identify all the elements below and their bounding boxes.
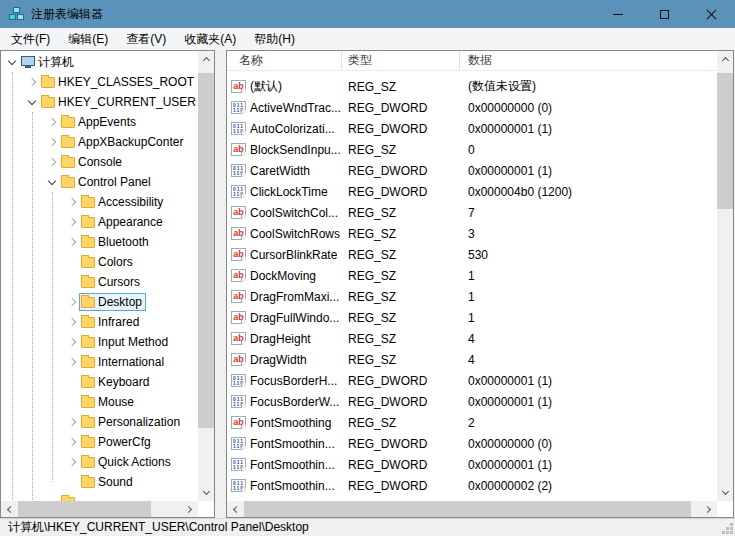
registry-value-row-font-smoothing[interactable]: FontSmoothingREG_SZ2 [227, 412, 717, 433]
folder-icon [41, 77, 55, 88]
menu-item-favorites[interactable]: 收藏夹(A) [175, 28, 245, 51]
tree-node-hkey-classes-root[interactable]: HKEY_CLASSES_ROOT [39, 73, 198, 91]
maximize-button[interactable] [641, 0, 688, 28]
registry-value-row-default[interactable]: (默认)REG_SZ(数值未设置) [227, 76, 717, 97]
scroll-right-button[interactable] [182, 501, 198, 517]
scroll-left-button[interactable] [227, 501, 243, 517]
tree-node-cursors[interactable]: Cursors [79, 273, 144, 291]
tree-node-app-events[interactable]: AppEvents [59, 113, 140, 131]
list-vertical-scrollbar[interactable] [717, 51, 733, 501]
registry-value-row-drag-full-windo[interactable]: DragFullWindo...REG_SZ1 [227, 307, 717, 328]
registry-value-row-auto-colorizati[interactable]: AutoColorizati...REG_DWORD0x00000001 (1) [227, 118, 717, 139]
chevron-collapsed-icon[interactable] [65, 192, 79, 212]
column-header-name[interactable]: 名称 [227, 51, 342, 70]
scroll-up-button[interactable] [198, 51, 214, 67]
tree-node-partial-item[interactable] [59, 493, 82, 501]
pane-splitter[interactable] [215, 50, 226, 518]
registry-value-row-focus-border-h[interactable]: FocusBorderH...REG_DWORD0x00000001 (1) [227, 370, 717, 391]
tree-node-input-method[interactable]: Input Method [79, 333, 172, 351]
menu-item-view[interactable]: 查看(V) [117, 28, 175, 51]
tree-node-computer[interactable]: 计算机 [19, 53, 78, 71]
chevron-collapsed-icon[interactable] [45, 132, 59, 152]
scrollbar-thumb[interactable] [18, 501, 151, 517]
tree-node-label: PowerCfg [98, 435, 151, 449]
chevron-collapsed-icon[interactable] [65, 432, 79, 452]
scrollbar-thumb[interactable] [198, 73, 214, 428]
tree-node-desktop[interactable]: Desktop [79, 293, 146, 311]
column-header-type[interactable]: 类型 [342, 51, 460, 70]
scroll-right-button[interactable] [701, 501, 717, 517]
tree-node-personalization[interactable]: Personalization [79, 413, 184, 431]
registry-value-row-cursor-blink-rate[interactable]: CursorBlinkRateREG_SZ530 [227, 244, 717, 265]
chevron-expanded-icon[interactable] [45, 172, 59, 192]
registry-value-row-focus-border-w[interactable]: FocusBorderW...REG_DWORD0x00000001 (1) [227, 391, 717, 412]
menu-item-edit[interactable]: 编辑(E) [59, 28, 117, 51]
registry-value-row-drag-width[interactable]: DragWidthREG_SZ4 [227, 349, 717, 370]
tree-node-infrared[interactable]: Infrared [79, 313, 143, 331]
tree-node-international[interactable]: International [79, 353, 168, 371]
tree-node-label: Appearance [98, 215, 163, 229]
resize-grip-icon[interactable] [722, 523, 733, 534]
value-name: AutoColorizati... [250, 122, 335, 136]
chevron-collapsed-icon[interactable] [45, 152, 59, 172]
value-type: REG_DWORD [342, 374, 460, 388]
registry-value-row-cool-switch-rows[interactable]: CoolSwitchRowsREG_SZ3 [227, 223, 717, 244]
scrollbar-thumb[interactable] [244, 501, 691, 517]
registry-value-row-block-send-inpu[interactable]: BlockSendInpu...REG_SZ0 [227, 139, 717, 160]
value-name-cell: AutoColorizati... [227, 122, 342, 136]
chevron-collapsed-icon[interactable] [65, 292, 79, 312]
chevron-collapsed-icon[interactable] [25, 72, 39, 92]
chevron-spacer [65, 472, 79, 492]
list-horizontal-scrollbar[interactable] [227, 501, 717, 517]
tree-node-appearance[interactable]: Appearance [79, 213, 167, 231]
tree-vertical-scrollbar[interactable] [198, 51, 214, 501]
tree-node-sound[interactable]: Sound [79, 473, 137, 491]
minimize-button[interactable] [594, 0, 641, 28]
chevron-collapsed-icon[interactable] [65, 452, 79, 472]
tree-node-console[interactable]: Console [59, 153, 126, 171]
tree-node-powercfg[interactable]: PowerCfg [79, 433, 155, 451]
menu-item-help[interactable]: 帮助(H) [245, 28, 304, 51]
tree-horizontal-scrollbar[interactable] [1, 501, 198, 517]
tree-node-accessibility[interactable]: Accessibility [79, 193, 167, 211]
value-name-cell: CoolSwitchRows [227, 227, 342, 241]
tree-node-mouse[interactable]: Mouse [79, 393, 138, 411]
chevron-collapsed-icon[interactable] [65, 332, 79, 352]
scroll-left-button[interactable] [1, 501, 17, 517]
scrollbar-thumb[interactable] [717, 73, 733, 209]
close-button[interactable] [688, 0, 735, 28]
tree-node-hkey-current-user[interactable]: HKEY_CURRENT_USER [39, 93, 198, 111]
value-type: REG_SZ [342, 332, 460, 346]
registry-value-row-active-wnd-trac[interactable]: ActiveWndTrac...REG_DWORD0x00000000 (0) [227, 97, 717, 118]
registry-value-row-click-lock-time[interactable]: ClickLockTimeREG_DWORD0x000004b0 (1200) [227, 181, 717, 202]
tree-node-appx-backup[interactable]: AppXBackupConter [59, 133, 187, 151]
menu-item-file[interactable]: 文件(F) [2, 28, 59, 51]
scroll-down-button[interactable] [198, 485, 214, 501]
tree-item-personalization: Personalization [1, 412, 198, 432]
chevron-collapsed-icon[interactable] [65, 412, 79, 432]
registry-value-row-drag-from-maxi[interactable]: DragFromMaxi...REG_SZ1 [227, 286, 717, 307]
tree-node-keyboard[interactable]: Keyboard [79, 373, 153, 391]
chevron-collapsed-icon[interactable] [45, 112, 59, 132]
chevron-collapsed-icon[interactable] [65, 232, 79, 252]
scroll-down-button[interactable] [717, 485, 733, 501]
registry-value-row-caret-width[interactable]: CaretWidthREG_DWORD0x00000001 (1) [227, 160, 717, 181]
registry-value-row-cool-switch-col[interactable]: CoolSwitchCol...REG_SZ7 [227, 202, 717, 223]
registry-value-row-dock-moving[interactable]: DockMovingREG_SZ1 [227, 265, 717, 286]
registry-value-row-font-smoothin-4[interactable]: FontSmoothin...REG_DWORD0x00000002 (2) [227, 475, 717, 496]
scroll-up-button[interactable] [717, 51, 733, 67]
tree-node-bluetooth[interactable]: Bluetooth [79, 233, 153, 251]
tree-node-quick-actions[interactable]: Quick Actions [79, 453, 175, 471]
tree-node-colors[interactable]: Colors [79, 253, 137, 271]
registry-value-row-font-smoothin-2[interactable]: FontSmoothin...REG_DWORD0x00000000 (0) [227, 433, 717, 454]
chevron-down-icon [721, 488, 728, 495]
column-header-data[interactable]: 数据 [460, 51, 717, 70]
chevron-collapsed-icon[interactable] [65, 312, 79, 332]
tree-node-control-panel[interactable]: Control Panel [59, 173, 155, 191]
chevron-collapsed-icon[interactable] [65, 352, 79, 372]
chevron-collapsed-icon[interactable] [65, 212, 79, 232]
registry-value-row-drag-height[interactable]: DragHeightREG_SZ4 [227, 328, 717, 349]
registry-value-row-font-smoothin-3[interactable]: FontSmoothin...REG_DWORD0x00000001 (1) [227, 454, 717, 475]
chevron-expanded-icon[interactable] [25, 92, 39, 112]
chevron-expanded-icon[interactable] [5, 52, 19, 72]
